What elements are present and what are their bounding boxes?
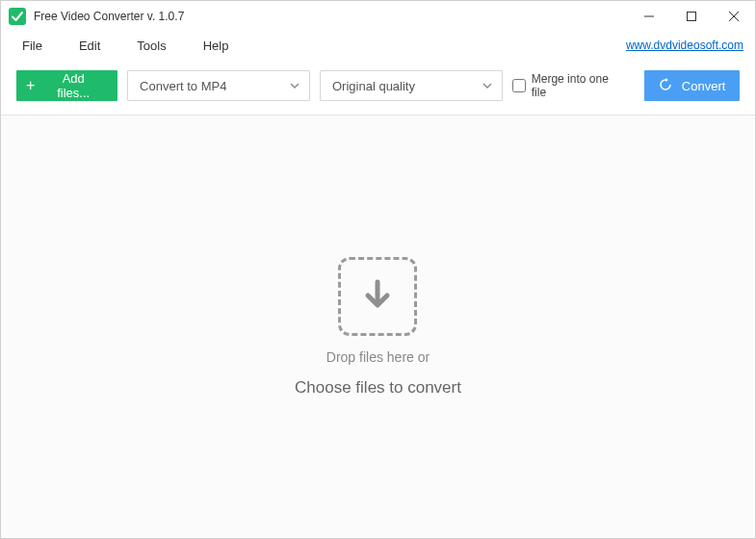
app-icon: [9, 8, 26, 25]
add-files-label: Add files...: [44, 71, 102, 100]
toolbar: + Add files... Convert to MP4 Original q…: [1, 59, 755, 116]
dropzone-text-2: Choose files to convert: [295, 378, 461, 398]
main-area: Drop files here or Choose files to conve…: [1, 116, 755, 539]
merge-checkbox-wrap[interactable]: Merge into one file: [512, 72, 625, 99]
quality-dropdown[interactable]: Original quality: [320, 70, 503, 101]
minimize-button[interactable]: [628, 1, 670, 32]
dropzone[interactable]: Drop files here or Choose files to conve…: [295, 257, 461, 398]
convert-button[interactable]: Convert: [644, 70, 740, 101]
menu-edit[interactable]: Edit: [69, 35, 110, 57]
merge-checkbox[interactable]: [512, 79, 526, 92]
format-dropdown[interactable]: Convert to MP4: [127, 70, 310, 101]
menu-tools[interactable]: Tools: [127, 35, 175, 57]
menu-help[interactable]: Help: [194, 35, 239, 57]
refresh-icon: [659, 78, 672, 94]
format-selected: Convert to MP4: [140, 79, 290, 93]
close-button[interactable]: [713, 1, 755, 32]
maximize-button[interactable]: [670, 1, 713, 32]
dropzone-box: [338, 257, 417, 336]
arrow-down-icon: [358, 276, 397, 318]
menubar: File Edit Tools Help www.dvdvideosoft.co…: [1, 32, 755, 59]
titlebar: Free Video Converter v. 1.0.7: [1, 1, 755, 32]
window-controls: [628, 1, 755, 32]
vendor-link[interactable]: www.dvdvideosoft.com: [626, 38, 743, 52]
merge-label: Merge into one file: [532, 72, 625, 99]
plus-icon: +: [26, 78, 35, 93]
convert-label: Convert: [682, 79, 726, 93]
quality-selected: Original quality: [332, 79, 482, 93]
chevron-down-icon: [290, 83, 300, 89]
window-title: Free Video Converter v. 1.0.7: [34, 10, 628, 23]
menu-file[interactable]: File: [13, 35, 52, 57]
svg-rect-0: [9, 8, 26, 25]
dropzone-text-1: Drop files here or: [326, 349, 430, 365]
svg-rect-2: [688, 13, 696, 21]
chevron-down-icon: [482, 83, 492, 89]
add-files-button[interactable]: + Add files...: [16, 70, 117, 101]
